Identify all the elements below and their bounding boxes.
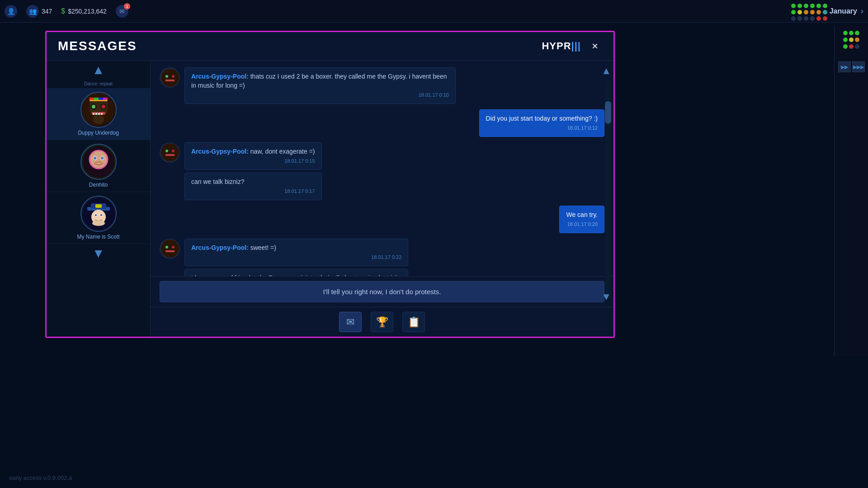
scroll-track <box>605 79 611 300</box>
msg-time-3: 18.01.17 0:15 <box>191 158 315 164</box>
tab-achievements[interactable]: 🏆 <box>371 312 393 332</box>
dot <box>855 38 859 42</box>
dot <box>843 44 848 49</box>
contact-item-scott[interactable]: My Name is Scott <box>47 192 150 244</box>
message-row-6: Arcus-Gypsy-Pool: sweet! =) 18.01.17 0:2… <box>160 239 604 276</box>
msg-sender-1: Arcus-Gypsy-Pool: <box>191 73 249 80</box>
dots-row-3 <box>791 16 827 21</box>
message-row-2: Did you just start today or something? :… <box>160 109 604 137</box>
dialog-header: MESSAGES HYPR||| × <box>47 32 613 61</box>
status-dots-panel <box>791 4 827 21</box>
msg-sender-6: Arcus-Gypsy-Pool: <box>191 244 249 251</box>
mail-section[interactable]: ✉ 1 <box>116 5 128 18</box>
month-label: January <box>830 7 857 15</box>
tab-messages[interactable]: ✉ <box>339 312 362 332</box>
svg-rect-14 <box>94 98 99 100</box>
svg-point-2 <box>93 113 104 124</box>
svg-rect-24 <box>95 161 102 163</box>
msg-bubble-6: Arcus-Gypsy-Pool: sweet! =) 18.01.17 0:2… <box>184 239 408 266</box>
dot <box>843 38 848 42</box>
msg-time-5: 18.01.17 0:20 <box>566 221 598 228</box>
hypr-bars: ||| <box>571 40 581 52</box>
msg-bubble-group-1: Arcus-Gypsy-Pool: thats cuz I used 2 be … <box>184 67 456 104</box>
svg-point-33 <box>100 214 102 216</box>
followers-icon[interactable]: 👥 <box>26 5 39 18</box>
svg-rect-40 <box>165 80 175 81</box>
scroll-up-btn[interactable]: ▲ <box>601 65 611 77</box>
money-amount: $250,213,642 <box>68 8 107 15</box>
svg-point-51 <box>172 246 175 249</box>
contact-nav-down[interactable]: ▼ <box>92 246 105 261</box>
contact-name-denhito: Denhito <box>89 182 108 188</box>
msg-bubble-2: Did you just start today or something? :… <box>479 109 604 137</box>
scroll-down-btn[interactable]: ▼ <box>601 291 611 303</box>
hypr-logo: HYPR||| <box>542 40 581 52</box>
msg-bubble-1: Arcus-Gypsy-Pool: thats cuz I used 2 be … <box>184 67 456 104</box>
svg-point-45 <box>172 150 175 152</box>
svg-point-32 <box>95 214 97 216</box>
dots-row-1 <box>791 4 827 8</box>
money-icon: $ <box>61 7 65 15</box>
contact-nav-up[interactable]: ▲ <box>92 63 105 77</box>
chat-messages: Arcus-Gypsy-Pool: thats cuz I used 2 be … <box>151 61 613 276</box>
messages-dialog: MESSAGES HYPR||| × ▲ Dance: repeat <box>45 31 615 338</box>
dot <box>804 10 808 14</box>
dot <box>810 10 815 14</box>
version-label: early access v.0.9.002.a <box>9 474 72 481</box>
svg-point-35 <box>161 69 179 87</box>
svg-rect-11 <box>101 113 103 115</box>
dot <box>810 16 815 21</box>
contact-item-duppy[interactable]: Duppy Underdog <box>47 88 150 140</box>
msg-time-4: 18.01.17 0:17 <box>191 188 315 195</box>
contact-avatar-denhito <box>80 144 117 180</box>
msg-time-6: 18.01.17 0:22 <box>191 254 401 261</box>
msg-time-1: 18.01.17 0:10 <box>191 92 449 99</box>
svg-point-5 <box>92 105 95 108</box>
profile-icon[interactable]: 👤 <box>5 5 17 18</box>
svg-point-34 <box>92 221 105 226</box>
play-button[interactable]: ▶▶ <box>838 61 851 72</box>
msg-bubble-5: We can try. 18.01.17 0:20 <box>559 206 604 233</box>
dot <box>823 4 827 8</box>
dot <box>791 4 796 8</box>
dot <box>843 31 848 35</box>
msg-bubble-4: can we talk bizniz? 18.01.17 0:17 <box>184 173 322 200</box>
contact-name-scott: My Name is Scott <box>77 234 119 240</box>
pending-response-bubble[interactable]: I'll tell you right now, I don't do prot… <box>160 281 604 302</box>
dot <box>855 44 859 49</box>
top-bar-right: January › <box>830 6 863 16</box>
dot <box>849 31 854 35</box>
svg-point-44 <box>165 150 168 152</box>
message-row-5: We can try. 18.01.17 0:20 <box>160 206 604 233</box>
dot <box>791 16 796 21</box>
dot <box>816 16 821 21</box>
next-month-arrow[interactable]: › <box>861 6 863 16</box>
close-button[interactable]: × <box>588 39 602 53</box>
money-section: $ $250,213,642 <box>61 7 107 15</box>
svg-point-50 <box>165 246 168 249</box>
msg-time-2: 18.01.17 0:12 <box>486 125 598 131</box>
contact-name-duppy: Duppy Underdog <box>78 130 119 136</box>
msg-bubble-group-6: Arcus-Gypsy-Pool: sweet! =) 18.01.17 0:2… <box>184 239 408 276</box>
dot <box>797 10 802 14</box>
svg-rect-9 <box>95 113 97 115</box>
media-controls: ▶▶ ▶▶▶ <box>838 61 865 72</box>
month-nav: January › <box>830 6 863 16</box>
svg-rect-16 <box>103 98 108 100</box>
msg-bubble-group-3: Arcus-Gypsy-Pool: naw, dont exagerate =)… <box>184 142 322 200</box>
skip-button[interactable]: ▶▶▶ <box>852 61 865 72</box>
tab-contracts[interactable]: 📋 <box>402 312 425 332</box>
profile-section: 👤 <box>5 5 17 18</box>
mail-badge-count: 1 <box>124 3 130 9</box>
contact-item-denhito[interactable]: Denhito <box>47 140 150 192</box>
msg-bubble-3: Arcus-Gypsy-Pool: naw, dont exagerate =)… <box>184 142 322 170</box>
dot <box>849 38 854 42</box>
dot <box>804 16 808 21</box>
svg-rect-52 <box>165 250 175 252</box>
scroll-thumb <box>605 101 611 124</box>
contact-avatar-duppy <box>80 92 117 128</box>
followers-section: 👥 347 <box>26 5 52 18</box>
msg-bubble-7: I have many of friends who R green activ… <box>184 269 408 277</box>
svg-point-39 <box>172 75 175 78</box>
chat-area: Arcus-Gypsy-Pool: thats cuz I used 2 be … <box>151 61 613 337</box>
